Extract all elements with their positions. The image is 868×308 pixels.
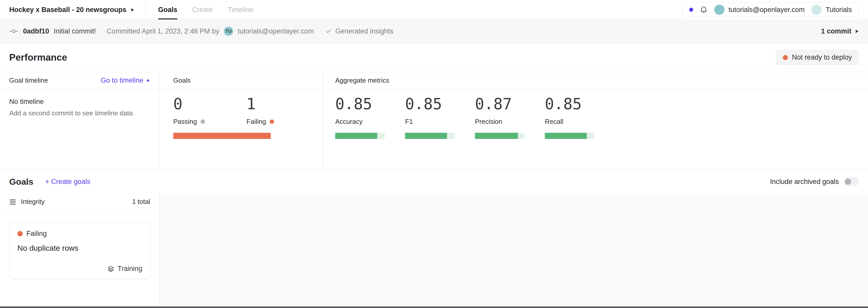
tab-create[interactable]: Create [192, 0, 213, 20]
aggregate-metrics-header: Aggregate metrics [323, 72, 868, 89]
goals-summary-panel: Goals 0 Passing 1 Failing [159, 72, 323, 170]
metric-bar-fill [545, 133, 587, 139]
project-switcher[interactable]: Hockey x Baseball - 20 newsgroups [9, 6, 134, 14]
metric-bar-fill [335, 133, 377, 139]
workspace-avatar [811, 5, 822, 15]
go-to-timeline-link[interactable]: Go to timeline [100, 76, 150, 85]
top-bar-divider [146, 0, 146, 20]
top-bar: Hockey x Baseball - 20 newsgroups Goals … [0, 0, 868, 20]
metric-bar [545, 133, 594, 139]
aggregate-metrics-panel: Aggregate metrics 0.85 Accuracy 0.85 F1 … [323, 72, 868, 170]
goals-ratio-bar [173, 133, 271, 139]
metric-value: 0.87 [475, 96, 545, 112]
failing-dot-icon [270, 120, 274, 124]
metric-f1: 0.85 F1 [405, 96, 475, 139]
project-title: Hockey x Baseball - 20 newsgroups [9, 6, 126, 14]
goal-card[interactable]: Failing No duplicate rows Training [9, 222, 150, 279]
commit-count-label: 1 commit [821, 27, 851, 35]
author-email: tutorials@openlayer.com [238, 27, 314, 35]
aggregate-metrics-title: Aggregate metrics [335, 76, 389, 85]
failing-label: Failing [246, 118, 266, 126]
metric-bar-fill [475, 133, 518, 139]
metric-value: 0.85 [405, 96, 475, 112]
goals-summary-title: Goals [173, 76, 191, 85]
goals-section-title: Goals [9, 177, 33, 187]
user-avatar [714, 5, 724, 15]
metric-label: Accuracy [335, 118, 405, 126]
deploy-status-label: Not ready to deploy [792, 54, 852, 61]
author-avatar: TU [224, 27, 233, 36]
integrity-column: Integrity 1 total Failing No duplicate r… [0, 193, 160, 306]
status-dot-icon [783, 55, 788, 60]
goal-timeline-empty-state: No timeline Add a second commit to see t… [0, 89, 159, 117]
performance-title: Performance [9, 52, 67, 63]
layers-icon [107, 265, 114, 272]
workspace-name: Tutorials [826, 6, 852, 14]
passing-label: Passing [173, 118, 197, 126]
commit-sha[interactable]: 0adbf10 [23, 27, 49, 35]
goals-summary-body: 0 Passing 1 Failing [159, 89, 323, 139]
performance-header: Performance Not ready to deploy [0, 43, 868, 72]
user-pill: tutorials@openlayer.com Tutorials [682, 2, 859, 17]
top-bar-left: Hockey x Baseball - 20 newsgroups Goals … [9, 0, 254, 20]
failing-dot-icon [18, 231, 23, 236]
commit-count-button[interactable]: 1 commit [821, 27, 859, 35]
caret-right-icon [131, 8, 134, 12]
passing-label-row: Passing [173, 118, 246, 126]
goal-status-label: Failing [26, 230, 47, 238]
goal-card-status: Failing [18, 230, 142, 238]
goal-timeline-header: Goal timeline Go to timeline [0, 72, 159, 89]
no-timeline-subtitle: Add a second commit to see timeline data [9, 109, 150, 117]
goal-tag-label: Training [118, 265, 142, 273]
passing-dot-icon [200, 120, 205, 124]
user-email: tutorials@openlayer.com [728, 6, 805, 14]
workspace-group[interactable]: Tutorials [811, 5, 852, 15]
commit-message: Initial commit! [54, 27, 96, 35]
metric-recall: 0.85 Recall [545, 96, 615, 139]
passing-value: 0 [173, 96, 246, 112]
metric-value: 0.85 [545, 96, 615, 112]
toggle-knob [845, 179, 851, 185]
commit-info: 0adbf10 Initial commit! Committed April … [9, 27, 393, 36]
check-icon [326, 28, 332, 34]
metric-precision: 0.87 Precision [475, 96, 545, 139]
commit-bar: 0adbf10 Initial commit! Committed April … [0, 20, 868, 43]
aggregate-metrics-body: 0.85 Accuracy 0.85 F1 0.87 Precision [323, 89, 868, 139]
caret-right-icon [856, 29, 859, 33]
include-archived-toggle[interactable] [844, 178, 859, 186]
failing-label-row: Failing [246, 118, 320, 126]
metric-bar [475, 133, 524, 139]
bell-icon[interactable] [700, 6, 708, 13]
metric-bar [405, 133, 455, 139]
metric-bar-fill [405, 133, 447, 139]
goal-timeline-title: Goal timeline [9, 76, 48, 85]
goals-section-header: Goals + Create goals Include archived go… [0, 170, 868, 193]
failing-bar-fill [173, 133, 271, 139]
integrity-column-total: 1 total [132, 198, 150, 206]
goal-timeline-panel: Goal timeline Go to timeline No timeline… [0, 72, 159, 170]
goals-section-right: Include archived goals [770, 178, 859, 186]
bottom-edge-strip [0, 306, 868, 308]
metric-accuracy: 0.85 Accuracy [335, 96, 405, 139]
tab-goals[interactable]: Goals [158, 0, 177, 20]
metric-label: Recall [545, 118, 615, 126]
include-archived-label: Include archived goals [770, 178, 839, 186]
integrity-column-header: Integrity 1 total [0, 193, 159, 211]
goals-stats: 0 Passing 1 Failing [173, 96, 323, 126]
tab-timeline[interactable]: Timeline [228, 0, 254, 20]
summary-panels: Goal timeline Go to timeline No timeline… [0, 72, 868, 170]
failing-stat: 1 Failing [246, 96, 320, 126]
create-goals-link[interactable]: + Create goals [45, 178, 90, 186]
goal-card-tag: Training [107, 265, 142, 273]
commit-meta: Committed April 1, 2023, 2:48 PM by [107, 27, 219, 35]
goals-board: Integrity 1 total Failing No duplicate r… [0, 193, 868, 306]
git-commit-icon [9, 28, 19, 34]
go-to-timeline-label: Go to timeline [100, 76, 143, 85]
goal-card-title: No duplicate rows [18, 244, 142, 252]
integrity-column-title: Integrity [21, 198, 132, 206]
no-timeline-title: No timeline [9, 98, 150, 106]
account-group[interactable]: tutorials@openlayer.com [714, 5, 805, 15]
notification-dot [689, 8, 693, 12]
rows-icon [9, 198, 17, 206]
metric-value: 0.85 [335, 96, 405, 112]
